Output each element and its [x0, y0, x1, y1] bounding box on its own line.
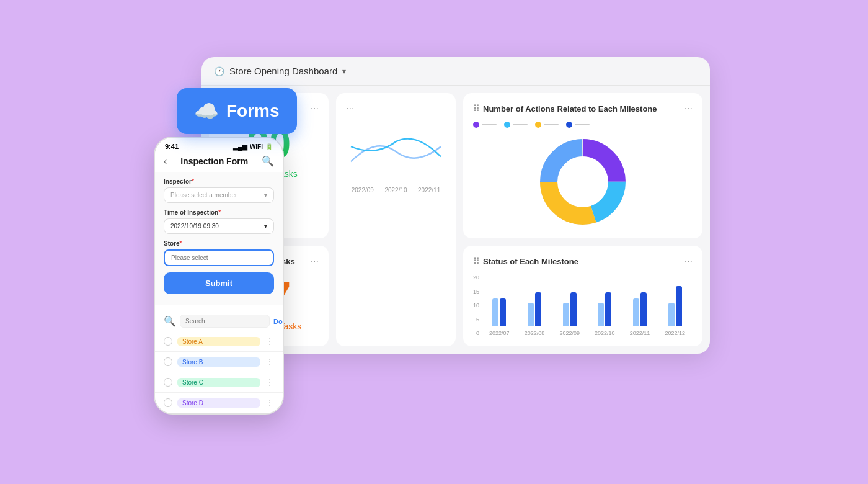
- bar-group-6: 2022/12: [660, 286, 690, 336]
- donut-svg: [536, 135, 629, 228]
- legend-line-4: [575, 124, 590, 125]
- bar-group-4: 2022/10: [590, 292, 620, 336]
- time-label: Time of Inspection*: [164, 209, 274, 216]
- legend-item-darkblue: [566, 122, 590, 128]
- wifi-icon: WiFi: [250, 143, 263, 150]
- legend-item-purple: [473, 122, 497, 128]
- line-chart-card: ··· 2022/09 2022/10 2022/11: [336, 93, 456, 346]
- phone-wrapper: 9:41 ▂▄▆ WiFi 🔋 ‹ Inspection Form 🔍 Insp…: [154, 137, 284, 415]
- dashboard-header: 🕐 Store Opening Dashboard ▾: [202, 57, 710, 86]
- submit-button[interactable]: Submit: [164, 272, 274, 294]
- search-icon[interactable]: 🔍: [262, 155, 274, 167]
- phone-status-bar: 9:41 ▂▄▆ WiFi 🔋: [155, 138, 283, 153]
- done-button[interactable]: Done: [273, 318, 284, 325]
- list-item[interactable]: Store A ⋮: [155, 331, 283, 352]
- line-label-2: 2022/10: [384, 187, 407, 194]
- bar-label-2: 2022/08: [525, 330, 545, 336]
- form-title: Inspection Form: [180, 156, 248, 166]
- store-b-tag: Store B: [177, 357, 260, 367]
- time-value: 2022/10/19 09:30: [170, 223, 219, 230]
- bar-label-1: 2022/07: [489, 330, 510, 336]
- bar-chart-wrapper: 20 15 10 5 0 2022/07: [473, 274, 693, 336]
- store-c-menu[interactable]: ⋮: [265, 377, 274, 387]
- legend-dot-yellow: [535, 122, 541, 128]
- bar-light-6: [668, 303, 675, 326]
- bar-light-5: [633, 298, 639, 326]
- bar-label-5: 2022/11: [630, 330, 650, 336]
- store-radio-c[interactable]: [164, 378, 172, 387]
- bar-dark-5: [640, 292, 647, 326]
- store-radio-b[interactable]: [164, 357, 172, 366]
- phone-header: ‹ Inspection Form 🔍: [155, 153, 283, 172]
- legend-line-2: [513, 124, 528, 125]
- list-item[interactable]: Store C ⋮: [155, 372, 283, 393]
- store-a-menu[interactable]: ⋮: [265, 336, 274, 346]
- line-label-3: 2022/11: [418, 187, 440, 194]
- list-item[interactable]: Store B ⋮: [155, 352, 283, 372]
- store-d-tag: Store D: [177, 398, 260, 408]
- store-radio-d[interactable]: [164, 398, 172, 407]
- back-button[interactable]: ‹: [164, 156, 167, 167]
- phone-time: 9:41: [165, 143, 179, 150]
- legend-dot-darkblue: [566, 122, 572, 128]
- forms-badge-label: Forms: [226, 101, 280, 121]
- inspector-select[interactable]: Please select a member ▾: [164, 187, 274, 203]
- donut-chart-card: ⠿ Number of Actions Related to Each Mile…: [463, 93, 702, 238]
- bar-chart-area: 2022/07 2022/08: [482, 274, 693, 336]
- donut-legend: [473, 122, 693, 128]
- bar-light-2: [528, 303, 534, 326]
- store-label: Store*: [164, 240, 274, 247]
- list-item[interactable]: Store D ⋮: [155, 393, 283, 413]
- bar-label-3: 2022/09: [559, 330, 580, 336]
- bar-group-5: 2022/11: [625, 292, 655, 336]
- card-menu-donut[interactable]: ···: [684, 103, 693, 114]
- phone-status-icons: ▂▄▆ WiFi 🔋: [233, 143, 273, 150]
- store-a-tag: Store A: [177, 337, 260, 346]
- y-label-15: 15: [473, 289, 479, 295]
- legend-dot-blue: [504, 122, 510, 128]
- forms-badge: ☁️ Forms: [177, 88, 297, 134]
- bar-chart-title: Status of Each Milestone: [483, 257, 578, 266]
- clock-icon: 🕐: [214, 66, 224, 76]
- line-chart-labels: 2022/09 2022/10 2022/11: [346, 187, 446, 194]
- store-radio-a[interactable]: [164, 337, 172, 346]
- legend-line-1: [482, 124, 497, 125]
- signal-icon: ▂▄▆: [233, 143, 247, 150]
- bar-group-2: 2022/08: [520, 292, 550, 336]
- card-menu-line[interactable]: ···: [346, 103, 354, 114]
- grid-icon-3: ⠿: [473, 104, 479, 114]
- bar-dark-2: [535, 292, 541, 326]
- store-b-menu[interactable]: ⋮: [265, 357, 274, 367]
- time-input[interactable]: 2022/10/19 09:30 ▾: [164, 218, 274, 234]
- bar-dark-4: [605, 292, 611, 326]
- legend-item-yellow: [535, 122, 559, 128]
- bar-dark-1: [500, 298, 506, 326]
- store-list: Store A ⋮ Store B ⋮ Store C ⋮ Store D ⋮: [155, 331, 283, 413]
- search-input[interactable]: [180, 315, 270, 328]
- search-bar-icon: 🔍: [164, 315, 176, 327]
- y-label-0: 0: [473, 330, 479, 336]
- store-input[interactable]: [164, 249, 274, 266]
- search-bar: 🔍 Done: [155, 311, 283, 331]
- legend-dot-purple: [473, 122, 479, 128]
- phone-frame: 9:41 ▂▄▆ WiFi 🔋 ‹ Inspection Form 🔍 Insp…: [154, 137, 284, 415]
- inspector-placeholder: Please select a member: [170, 192, 237, 199]
- donut-chart-title: Number of Actions Related to Each Milest…: [483, 104, 657, 114]
- store-d-menu[interactable]: ⋮: [265, 398, 274, 408]
- bar-light-3: [563, 303, 569, 326]
- card-menu-unfinished[interactable]: ···: [311, 256, 319, 267]
- cloud-icon: ☁️: [194, 99, 219, 123]
- bar-chart-yaxis: 20 15 10 5 0: [473, 274, 482, 336]
- battery-icon: 🔋: [265, 143, 273, 150]
- card-menu-bar[interactable]: ···: [684, 256, 693, 267]
- bar-group-1: 2022/07: [484, 298, 515, 336]
- card-menu-finished[interactable]: ···: [311, 103, 319, 114]
- donut-chart-container: [473, 135, 693, 228]
- bar-dark-6: [676, 286, 682, 326]
- chevron-down-icon[interactable]: ▾: [342, 67, 346, 76]
- inspector-label: Inspector*: [164, 178, 274, 185]
- bar-light-1: [492, 298, 498, 326]
- bar-light-4: [598, 303, 604, 326]
- line-label-1: 2022/09: [352, 187, 374, 194]
- divider: [155, 308, 283, 308]
